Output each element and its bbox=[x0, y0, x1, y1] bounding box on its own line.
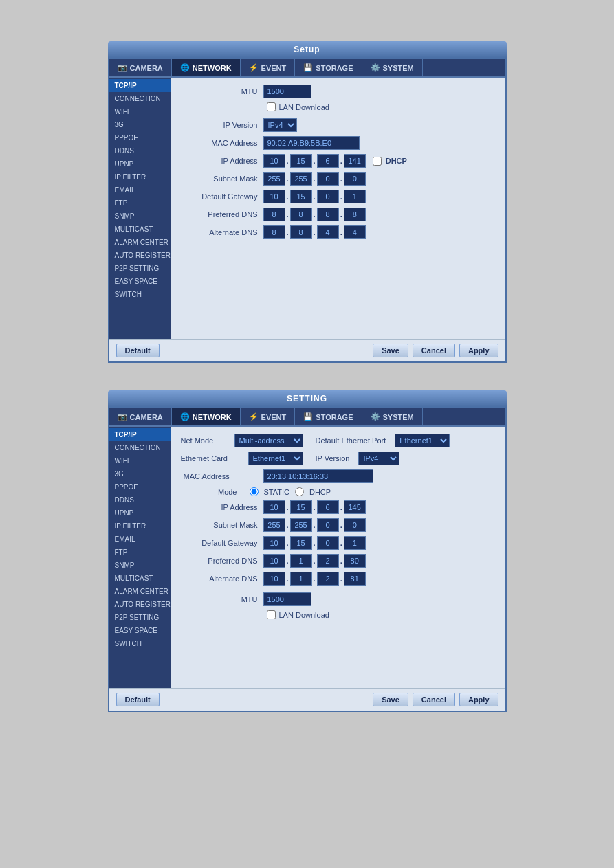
subnet-seg1-2[interactable] bbox=[263, 518, 285, 532]
gw-seg1-1[interactable] bbox=[263, 190, 285, 203]
subnet-seg2-2[interactable] bbox=[290, 518, 312, 532]
sidebar-email-1[interactable]: EMAIL bbox=[109, 183, 171, 197]
ip-seg1-2[interactable] bbox=[263, 500, 285, 514]
tab-system-2[interactable]: ⚙️ SYSTEM bbox=[362, 408, 423, 425]
sidebar-tcpip-1[interactable]: TCP/IP bbox=[109, 79, 171, 92]
sidebar-connection-2[interactable]: CONNECTION bbox=[109, 441, 171, 454]
sidebar-connection-1[interactable]: CONNECTION bbox=[109, 92, 171, 105]
pdns-seg1-2[interactable] bbox=[263, 554, 285, 568]
mtu-input-1[interactable] bbox=[263, 85, 311, 98]
sidebar-alarmcenter-1[interactable]: ALARM CENTER bbox=[109, 236, 171, 249]
adns-seg4-2[interactable] bbox=[344, 572, 366, 586]
lan-download-checkbox-2[interactable] bbox=[267, 610, 276, 619]
pdns-seg2-1[interactable] bbox=[290, 208, 312, 221]
sidebar-pppoe-2[interactable]: PPPOE bbox=[109, 480, 171, 493]
subnet-seg3-2[interactable] bbox=[317, 518, 339, 532]
subnet-seg4-1[interactable] bbox=[344, 172, 366, 186]
sidebar-multicast-2[interactable]: MULTICAST bbox=[109, 572, 171, 585]
pdns-seg4-1[interactable] bbox=[344, 208, 366, 221]
pdns-seg4-2[interactable] bbox=[344, 554, 366, 568]
save-button-2[interactable]: Save bbox=[373, 693, 408, 706]
netmode-select[interactable]: Multi-address Single bbox=[234, 434, 303, 447]
sidebar-easyspace-2[interactable]: EASY SPACE bbox=[109, 624, 171, 637]
pdns-seg2-2[interactable] bbox=[290, 554, 312, 568]
sidebar-ddns-1[interactable]: DDNS bbox=[109, 144, 171, 157]
sidebar-autoregister-1[interactable]: AUTO REGISTER bbox=[109, 249, 171, 262]
sidebar-easyspace-1[interactable]: EASY SPACE bbox=[109, 275, 171, 288]
apply-button-2[interactable]: Apply bbox=[459, 693, 498, 706]
gw-seg1-2[interactable] bbox=[263, 536, 285, 550]
tab-camera-2[interactable]: 📷 CAMERA bbox=[109, 408, 172, 425]
sidebar-upnp-2[interactable]: UPNP bbox=[109, 507, 171, 520]
adns-seg2-1[interactable] bbox=[290, 225, 312, 239]
pdns-seg1-1[interactable] bbox=[263, 208, 285, 221]
tab-event-1[interactable]: ⚡ EVENT bbox=[241, 59, 296, 76]
tab-camera-1[interactable]: 📷 CAMERA bbox=[109, 59, 172, 76]
ip-seg2-1[interactable] bbox=[290, 154, 312, 168]
mtu-input-2[interactable] bbox=[263, 592, 311, 606]
sidebar-upnp-1[interactable]: UPNP bbox=[109, 157, 171, 170]
tab-storage-2[interactable]: 💾 STORAGE bbox=[295, 408, 362, 425]
subnet-seg3-1[interactable] bbox=[317, 172, 339, 186]
ip-seg4-1[interactable] bbox=[344, 154, 366, 168]
ipversion-select-2[interactable]: IPv4 IPv6 bbox=[358, 452, 399, 465]
ip-seg4-2[interactable] bbox=[344, 500, 366, 514]
gw-seg3-1[interactable] bbox=[317, 190, 339, 203]
gw-seg2-1[interactable] bbox=[290, 190, 312, 203]
static-radio[interactable] bbox=[250, 487, 259, 496]
sidebar-wifi-1[interactable]: WIFI bbox=[109, 105, 171, 118]
sidebar-ipfilter-1[interactable]: IP FILTER bbox=[109, 170, 171, 183]
default-eth-select[interactable]: Ethernet1 Ethernet2 bbox=[395, 434, 450, 447]
sidebar-pppoe-1[interactable]: PPPOE bbox=[109, 131, 171, 144]
adns-seg1-2[interactable] bbox=[263, 572, 285, 586]
sidebar-ftp-2[interactable]: FTP bbox=[109, 546, 171, 559]
save-button-1[interactable]: Save bbox=[373, 344, 408, 357]
pdns-seg3-1[interactable] bbox=[317, 208, 339, 221]
sidebar-switch-1[interactable]: SWITCH bbox=[109, 288, 171, 301]
default-button-1[interactable]: Default bbox=[116, 344, 160, 357]
tab-event-2[interactable]: ⚡ EVENT bbox=[241, 408, 296, 425]
ipversion-select-1[interactable]: IPv4 IPv6 bbox=[263, 118, 297, 132]
subnet-seg2-1[interactable] bbox=[290, 172, 312, 186]
cancel-button-2[interactable]: Cancel bbox=[413, 693, 455, 706]
dhcp-radio[interactable] bbox=[295, 487, 304, 496]
sidebar-multicast-1[interactable]: MULTICAST bbox=[109, 223, 171, 236]
subnet-seg1-1[interactable] bbox=[263, 172, 285, 186]
sidebar-autoregister-2[interactable]: AUTO REGISTER bbox=[109, 598, 171, 611]
default-button-2[interactable]: Default bbox=[116, 693, 160, 706]
ip-seg3-1[interactable] bbox=[317, 154, 339, 168]
sidebar-alarmcenter-2[interactable]: ALARM CENTER bbox=[109, 585, 171, 598]
sidebar-ddns-2[interactable]: DDNS bbox=[109, 493, 171, 507]
ethcard-select[interactable]: Ethernet1 Ethernet2 bbox=[248, 452, 303, 465]
sidebar-email-2[interactable]: EMAIL bbox=[109, 533, 171, 546]
gw-seg4-1[interactable] bbox=[344, 190, 366, 203]
gw-seg3-2[interactable] bbox=[317, 536, 339, 550]
ip-seg1-1[interactable] bbox=[263, 154, 285, 168]
sidebar-tcpip-2[interactable]: TCP/IP bbox=[109, 428, 171, 441]
tab-network-1[interactable]: 🌐 NETWORK bbox=[172, 59, 241, 76]
sidebar-ipfilter-2[interactable]: IP FILTER bbox=[109, 520, 171, 533]
sidebar-snmp-1[interactable]: SNMP bbox=[109, 210, 171, 223]
sidebar-p2p-1[interactable]: P2P SETTING bbox=[109, 262, 171, 275]
sidebar-3g-2[interactable]: 3G bbox=[109, 467, 171, 480]
cancel-button-1[interactable]: Cancel bbox=[413, 344, 455, 357]
adns-seg3-2[interactable] bbox=[317, 572, 339, 586]
sidebar-3g-1[interactable]: 3G bbox=[109, 118, 171, 131]
sidebar-ftp-1[interactable]: FTP bbox=[109, 197, 171, 210]
dhcp-checkbox-1[interactable] bbox=[373, 157, 382, 166]
subnet-seg4-2[interactable] bbox=[344, 518, 366, 532]
tab-storage-1[interactable]: 💾 STORAGE bbox=[295, 59, 362, 76]
ip-seg3-2[interactable] bbox=[317, 500, 339, 514]
gw-seg4-2[interactable] bbox=[344, 536, 366, 550]
pdns-seg3-2[interactable] bbox=[317, 554, 339, 568]
sidebar-wifi-2[interactable]: WIFI bbox=[109, 454, 171, 467]
apply-button-1[interactable]: Apply bbox=[459, 344, 498, 357]
adns-seg3-1[interactable] bbox=[317, 225, 339, 239]
adns-seg1-1[interactable] bbox=[263, 225, 285, 239]
sidebar-snmp-2[interactable]: SNMP bbox=[109, 559, 171, 572]
ip-seg2-2[interactable] bbox=[290, 500, 312, 514]
gw-seg2-2[interactable] bbox=[290, 536, 312, 550]
lan-download-checkbox-1[interactable] bbox=[267, 102, 276, 111]
tab-system-1[interactable]: ⚙️ SYSTEM bbox=[362, 59, 423, 76]
sidebar-switch-2[interactable]: SWITCH bbox=[109, 637, 171, 650]
